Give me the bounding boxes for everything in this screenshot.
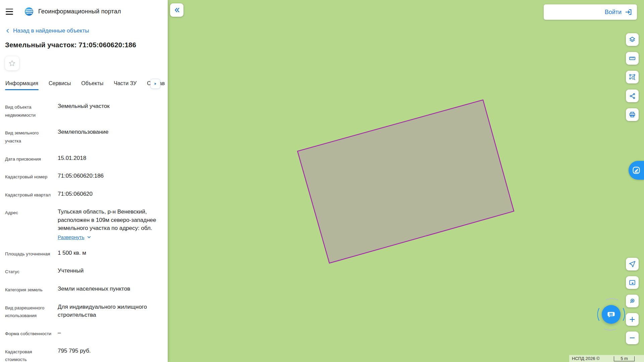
chevron-down-icon (87, 235, 92, 240)
field-row-area: Площадь уточненная 1 500 кв. м (5, 249, 160, 258)
tab-services[interactable]: Сервисы (48, 78, 71, 90)
chat-button[interactable] (602, 305, 621, 324)
print-button[interactable] (626, 108, 639, 121)
field-label: Площадь уточненная (5, 249, 53, 258)
field-label: Кадастровый квартал (5, 190, 53, 199)
locate-button[interactable] (626, 258, 639, 270)
field-value: 71:05:060620:186 (58, 172, 160, 181)
field-row-ownership-form: Форма собственности – (5, 329, 160, 338)
favorite-button[interactable] (5, 56, 19, 70)
measure-button[interactable] (626, 52, 639, 65)
field-value: 795 795 руб. (58, 347, 160, 362)
back-link-label: Назад в найденные объекты (13, 27, 89, 34)
field-row-assign-date: Дата присвоения 15.01.2018 (5, 154, 160, 163)
field-row-address: Адрес Тульская область, р-н Веневский, р… (5, 208, 160, 240)
location-search-button[interactable] (626, 295, 639, 307)
field-label: Дата присвоения (5, 154, 53, 163)
app-header: Геоинформационный портал (5, 0, 160, 17)
field-label: Кадастровый номер (5, 172, 53, 181)
field-row-parcel-type: Вид земельного участка Землепользование (5, 128, 160, 145)
collapse-panel-button[interactable] (170, 3, 183, 17)
chat-icon (606, 309, 616, 320)
field-label: Категория земель (5, 285, 53, 294)
field-value: 1 500 кв. м (58, 249, 160, 258)
expand-address-link[interactable]: Развернуть (58, 234, 160, 240)
field-label: Вид объекта недвижимости (5, 102, 53, 119)
area-search-button[interactable] (626, 71, 639, 83)
area-search-icon (629, 73, 636, 81)
ruler-icon (629, 55, 636, 62)
field-row-object-type: Вид объекта недвижимости Земельный участ… (5, 102, 160, 119)
field-label: Вид разрешенного использования (5, 303, 53, 320)
zoom-in-button[interactable] (626, 313, 639, 326)
back-link[interactable]: Назад в найденные объекты (5, 27, 160, 34)
collapse-panel-icon (173, 6, 180, 14)
print-icon (629, 111, 636, 118)
layers-button[interactable] (626, 33, 639, 46)
tab-bar: Информация Сервисы Объекты Части ЗУ Сост… (5, 78, 160, 90)
object-info-panel: Геоинформационный портал Назад в найденн… (0, 0, 168, 362)
field-label: Статус (5, 267, 53, 276)
share-button[interactable] (626, 89, 639, 102)
page-title: Земельный участок: 71:05:060620:186 (5, 41, 160, 49)
zoom-out-icon (629, 334, 636, 342)
zoom-out-button[interactable] (626, 331, 639, 344)
login-label: Войти (605, 9, 622, 16)
share-icon (629, 93, 636, 100)
field-row-cadastral-block: Кадастровый квартал 71:05:060620 (5, 190, 160, 199)
tab-parcel-parts[interactable]: Части ЗУ (113, 78, 137, 90)
field-label: Форма собственности (5, 329, 53, 338)
field-value: 15.01.2018 (58, 154, 160, 163)
field-value: Земельный участок (58, 102, 160, 119)
locate-arrow-icon (629, 260, 636, 268)
map-attribution: НСПД 2026 © (572, 356, 600, 361)
menu-icon[interactable] (5, 8, 14, 15)
field-row-land-category: Категория земель Земли населенных пункто… (5, 285, 160, 294)
location-search-icon (629, 297, 636, 305)
map-scale-label: 5 m (621, 356, 628, 361)
tab-information[interactable]: Информация (5, 78, 39, 90)
map-base (168, 0, 644, 362)
field-row-permitted-use: Вид разрешенного использования Для индив… (5, 303, 160, 320)
map-canvas[interactable]: Войти (168, 0, 644, 362)
login-icon (625, 8, 632, 16)
field-value: Землепользование (58, 128, 160, 145)
tab-scroll-right-button[interactable] (150, 79, 160, 89)
chevron-left-icon (5, 28, 10, 34)
field-value: Тульская область, р-н Веневский, располо… (58, 208, 160, 232)
geoportal-app: Геоинформационный портал Назад в найденн… (0, 0, 644, 362)
field-row-status: Статус Учтенный (5, 267, 160, 276)
star-icon (8, 59, 16, 67)
minimap-button[interactable] (626, 276, 639, 289)
expand-label: Развернуть (58, 234, 85, 240)
field-label: Адрес (5, 208, 53, 240)
field-value: Земли населенных пунктов (58, 285, 160, 294)
logo (24, 7, 34, 16)
field-value: Учтенный (58, 267, 160, 276)
minimap-icon (629, 279, 636, 286)
app-title: Геоинформационный портал (38, 8, 121, 15)
field-label: Кадастровая стоимость (5, 347, 53, 362)
map-pin-icon (632, 166, 641, 175)
zoom-in-icon (629, 316, 636, 323)
map-scale-bar: 5 m (614, 356, 635, 361)
layers-icon (629, 36, 636, 43)
attributes-list: Вид объекта недвижимости Земельный участ… (5, 102, 160, 362)
field-value: – (58, 329, 160, 338)
tab-objects[interactable]: Объекты (81, 78, 104, 90)
login-button[interactable]: Войти (544, 4, 637, 20)
field-value: Для индивидуального жилищного строительс… (58, 303, 160, 320)
tab-scroll-right-icon (153, 81, 158, 86)
field-row-cadastral-number: Кадастровый номер 71:05:060620:186 (5, 172, 160, 181)
field-label: Вид земельного участка (5, 128, 53, 145)
field-row-cadastral-value: Кадастровая стоимость 795 795 руб. (5, 347, 160, 362)
field-value: 71:05:060620 (58, 190, 160, 199)
